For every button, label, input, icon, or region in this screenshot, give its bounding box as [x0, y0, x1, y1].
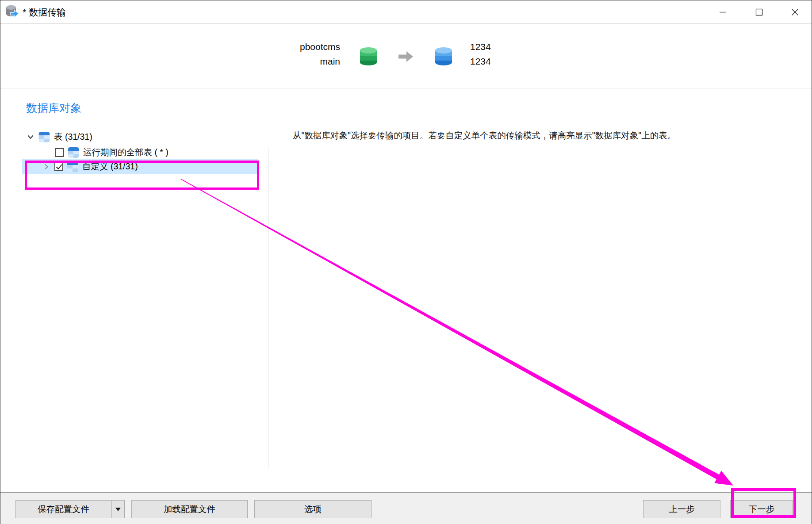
instruction-text: 从"数据库对象"选择要传输的项目。若要自定义单个表的传输模式，请高亮显示"数据库… — [293, 130, 713, 142]
minimize-icon — [719, 8, 726, 15]
load-profile-label: 加载配置文件 — [164, 503, 215, 515]
tree-row-all-tables[interactable]: 运行期间的全部表 ( * ) — [55, 145, 169, 160]
save-profile-label: 保存配置文件 — [16, 503, 111, 515]
tree-label-tables: 表 (31/31) — [54, 131, 92, 143]
dropdown-caret-icon — [115, 508, 121, 511]
titlebar: * 数据传输 — [0, 0, 812, 24]
previous-label: 上一步 — [669, 503, 695, 515]
options-label: 选项 — [304, 503, 322, 515]
source-name: pbootcms — [300, 39, 340, 54]
maximize-button[interactable] — [743, 0, 774, 23]
tree-label-custom: 自定义 (31/31) — [82, 161, 138, 172]
maximize-icon — [755, 8, 763, 16]
data-transfer-window: * 数据传输 pbootcms main — [0, 0, 812, 524]
target-connection-label: 1234 1234 — [470, 39, 491, 69]
tree-row-tables[interactable]: 表 (31/31) — [27, 129, 92, 145]
table-icon — [38, 131, 50, 143]
options-button[interactable]: 选项 — [254, 500, 372, 518]
minimize-button[interactable] — [707, 0, 738, 23]
annotation-arrow — [0, 0, 812, 524]
save-profile-button[interactable]: 保存配置文件 — [15, 500, 125, 518]
previous-button[interactable]: 上一步 — [643, 500, 720, 518]
chevron-down-icon[interactable] — [27, 134, 34, 141]
database-transfer-app-icon — [5, 5, 19, 19]
transfer-arrow-icon — [398, 50, 414, 63]
panel-divider — [268, 148, 268, 468]
footer-bar: 保存配置文件 加载配置文件 选项 上一步 下一步 — [0, 492, 812, 524]
table-icon — [67, 161, 78, 172]
save-profile-dropdown[interactable] — [111, 501, 124, 518]
checkbox-all-tables[interactable] — [55, 148, 64, 157]
load-profile-button[interactable]: 加载配置文件 — [131, 500, 248, 518]
database-objects-heading: 数据库对象 — [26, 101, 81, 115]
window-title: * 数据传输 — [23, 0, 66, 24]
checkmark-icon — [56, 164, 63, 171]
next-button[interactable]: 下一步 — [730, 500, 793, 518]
tree-label-all-tables: 运行期间的全部表 ( * ) — [83, 146, 169, 158]
checkbox-custom-checked[interactable] — [54, 162, 63, 171]
table-icon — [68, 147, 79, 158]
target-database-icon — [435, 47, 452, 66]
target-database: 1234 — [470, 54, 491, 69]
chevron-right-icon[interactable] — [43, 163, 50, 170]
close-button[interactable] — [779, 0, 810, 23]
source-database: main — [300, 54, 340, 69]
source-database-icon — [360, 47, 377, 66]
tree-row-custom[interactable]: 自定义 (31/31) — [43, 159, 138, 174]
header-divider — [0, 88, 812, 88]
target-name: 1234 — [470, 39, 491, 54]
close-icon — [791, 8, 799, 16]
next-label: 下一步 — [749, 503, 775, 515]
source-connection-label: pbootcms main — [300, 39, 340, 69]
